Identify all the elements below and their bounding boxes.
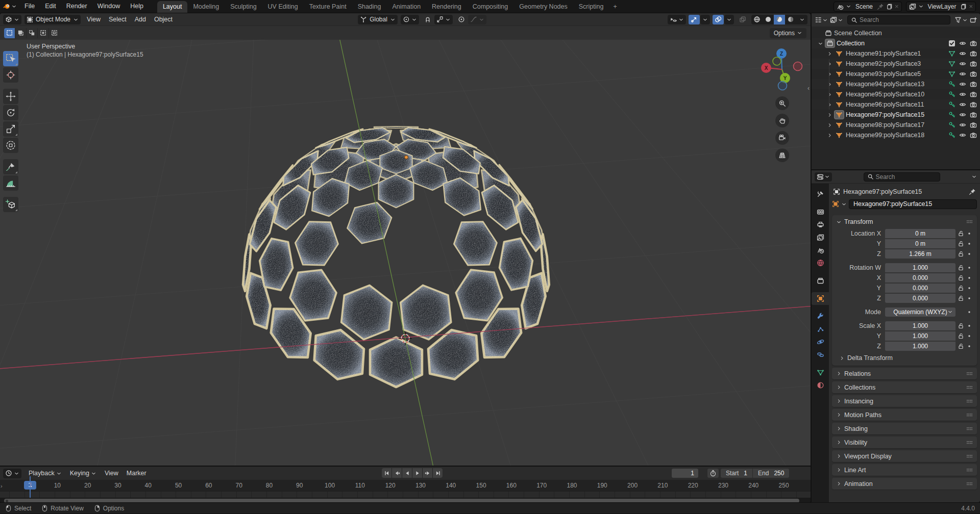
play-forward-button[interactable] <box>412 468 422 478</box>
timeline-menu-keying[interactable]: Keying <box>66 468 101 479</box>
viewlayer-name[interactable]: ViewLayer <box>926 3 959 10</box>
transform-orientation[interactable]: Global <box>358 15 398 24</box>
animate-dot-icon[interactable] <box>966 323 973 328</box>
select-subtract-button[interactable] <box>27 28 37 38</box>
lock-icon[interactable] <box>955 250 966 257</box>
tab-compositing[interactable]: Compositing <box>467 1 513 13</box>
jump-to-start-button[interactable] <box>382 468 391 478</box>
panel-motion-paths[interactable]: Motion Paths <box>832 409 977 421</box>
menu-window[interactable]: Window <box>93 0 125 13</box>
shading-material-button[interactable] <box>774 15 785 24</box>
panel-visibility[interactable]: Visibility <box>832 436 977 448</box>
location-x-field[interactable]: 0 m <box>885 229 955 238</box>
outliner-filter-type-icon[interactable] <box>830 16 843 23</box>
animate-dot-icon[interactable] <box>966 241 973 246</box>
tab-uv-editing[interactable]: UV Editing <box>262 1 304 13</box>
tab-sculpting[interactable]: Sculpting <box>225 1 262 13</box>
scale-x-field[interactable]: 1.000 <box>885 321 955 330</box>
scale-y-field[interactable]: 1.000 <box>885 331 955 341</box>
rotation-z-field[interactable]: 0.000 <box>885 294 955 303</box>
scale-z-field[interactable]: 1.000 <box>885 342 955 351</box>
properties-tab-world[interactable] <box>812 256 829 269</box>
frame-start-field[interactable]: Start1 <box>721 469 752 478</box>
new-collection-icon[interactable] <box>970 16 977 23</box>
properties-search-input[interactable] <box>876 173 925 181</box>
panel-shading[interactable]: Shading <box>832 423 977 434</box>
tool-add-cube-button[interactable] <box>3 197 18 212</box>
overlays-dropdown[interactable] <box>724 15 734 24</box>
animate-dot-icon[interactable] <box>966 333 973 339</box>
rotation-x-field[interactable]: 0.000 <box>885 273 955 282</box>
jump-next-keyframe-button[interactable] <box>423 468 432 478</box>
properties-tab-physics[interactable] <box>812 336 829 348</box>
location-y-field[interactable]: 0 m <box>885 239 955 248</box>
show-overlays-toggle[interactable] <box>713 15 724 24</box>
properties-search[interactable] <box>864 172 940 182</box>
gizmo-dropdown[interactable] <box>700 15 710 24</box>
filter-icon[interactable] <box>954 16 968 23</box>
new-viewlayer-icon[interactable] <box>960 3 967 10</box>
outliner-row-hexagone91:polysurface1[interactable]: Hexagone91:polySurface1 <box>812 48 980 59</box>
select-extend-button[interactable] <box>15 28 26 38</box>
jump-prev-keyframe-button[interactable] <box>392 468 402 478</box>
properties-tab-render[interactable] <box>812 205 829 218</box>
blender-logo-icon[interactable] <box>3 3 17 10</box>
animate-dot-icon[interactable] <box>966 296 973 301</box>
camera-view-button[interactable] <box>775 131 789 145</box>
scene-name[interactable]: Scene <box>853 3 875 10</box>
animate-dot-icon[interactable] <box>966 286 973 291</box>
outliner-row-collection[interactable]: Collection <box>812 38 980 48</box>
animate-dot-icon[interactable] <box>966 344 973 349</box>
play-reverse-button[interactable] <box>402 468 412 478</box>
tool-select-box-button[interactable] <box>3 51 18 66</box>
select-set-button[interactable] <box>4 28 15 38</box>
properties-tab-modifiers[interactable] <box>812 310 829 323</box>
options-dropdown[interactable]: Options <box>770 28 806 38</box>
properties-tab-scene[interactable] <box>812 244 829 256</box>
properties-tab-constraints[interactable] <box>812 348 829 361</box>
shading-wireframe-button[interactable] <box>751 15 763 24</box>
object-name-field[interactable]: Hexagone97:polySurface15 <box>849 199 977 209</box>
tab-scripting[interactable]: Scripting <box>573 1 609 13</box>
outliner-row-hexagone96:polysurface11[interactable]: Hexagone96:polySurface11 <box>812 99 980 110</box>
animate-dot-icon[interactable] <box>966 251 973 256</box>
animate-dot-icon[interactable] <box>966 275 973 280</box>
menu-render[interactable]: Render <box>62 0 92 13</box>
lock-icon[interactable] <box>955 264 966 271</box>
chevron-down-icon[interactable] <box>841 201 847 207</box>
tool-transform-button[interactable] <box>3 138 18 153</box>
chevron-down-icon[interactable] <box>971 174 977 179</box>
proportional-editing-toggle[interactable] <box>456 15 467 24</box>
orthographic-toggle-button[interactable] <box>775 148 789 162</box>
lock-icon[interactable] <box>955 230 966 237</box>
mode-selector[interactable]: Object Mode <box>24 15 81 24</box>
viewport-menu-object[interactable]: Object <box>150 14 177 25</box>
scene-selector[interactable]: Scene × <box>834 2 902 12</box>
delta-transform-toggle[interactable]: Delta Transform <box>832 351 977 362</box>
sidebar-collapse-arrow[interactable]: ‹ <box>807 85 810 92</box>
location-z-field[interactable]: 1.266 m <box>885 249 955 259</box>
lock-icon[interactable] <box>955 295 966 301</box>
transform-panel-header[interactable]: Transform <box>832 215 977 228</box>
outliner-row-hexagone93:polysurface5[interactable]: Hexagone93:polySurface5 <box>812 69 980 79</box>
tool-move-button[interactable] <box>3 89 18 104</box>
lock-icon[interactable] <box>955 322 966 329</box>
timeline-menu-marker[interactable]: Marker <box>122 468 151 479</box>
properties-tab-particles[interactable] <box>812 323 829 336</box>
properties-tab-object[interactable] <box>812 292 829 305</box>
lock-icon[interactable] <box>955 285 966 291</box>
object-origin-dot[interactable] <box>405 156 408 159</box>
current-frame-field[interactable]: 1 <box>672 469 698 478</box>
select-intersect-button[interactable] <box>49 28 60 38</box>
properties-editor-icon[interactable] <box>815 172 832 182</box>
shading-rendered-button[interactable] <box>785 15 796 24</box>
lock-icon[interactable] <box>955 343 966 349</box>
tab-geometry-nodes[interactable]: Geometry Nodes <box>513 1 573 13</box>
outliner-row-hexagone95:polysurface10[interactable]: Hexagone95:polySurface10 <box>812 89 980 99</box>
timeline-menu-playback[interactable]: Playback <box>24 468 66 479</box>
frame-end-field[interactable]: End250 <box>753 469 789 478</box>
tab-modeling[interactable]: Modeling <box>187 1 225 13</box>
outliner-row-hexagone98:polysurface17[interactable]: Hexagone98:polySurface17 <box>812 120 980 130</box>
menu-help[interactable]: Help <box>126 0 148 13</box>
panel-viewport-display[interactable]: Viewport Display <box>832 450 977 462</box>
